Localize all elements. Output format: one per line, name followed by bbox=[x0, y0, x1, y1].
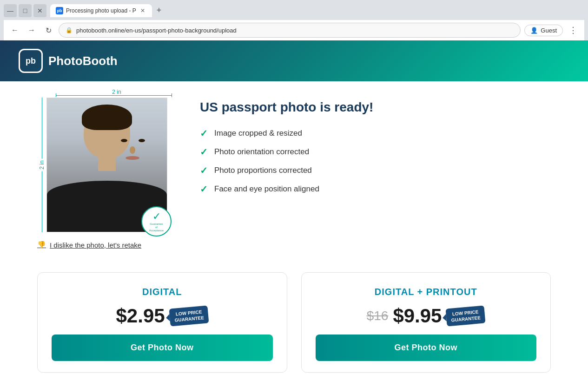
feature-item-1: ✓ Image cropped & resized bbox=[200, 128, 551, 139]
price-printout: $9.95 bbox=[393, 305, 442, 327]
feature-label-1: Image cropped & resized bbox=[214, 129, 302, 138]
pricing-card-printout: DIGITAL + PRINTOUT $16 $9.95 LOW PRICE G… bbox=[301, 272, 551, 373]
url-text: photobooth.online/en-us/passport-photo-b… bbox=[76, 27, 237, 34]
page-content: pb PhotoBooth 2 in 2 in bbox=[0, 40, 588, 374]
card-title-printout: DIGITAL + PRINTOUT bbox=[375, 287, 477, 297]
person-eye-right bbox=[139, 139, 145, 142]
browser-toolbar: ← → ↻ 🔒 photobooth.online/en-us/passport… bbox=[4, 20, 584, 40]
browser-chrome: — □ ✕ pb Processing photo upload - P ✕ +… bbox=[0, 0, 588, 40]
check-icon-2: ✓ bbox=[200, 146, 208, 157]
height-label: 2 in bbox=[38, 158, 46, 171]
titlebar: — □ ✕ pb Processing photo upload - P ✕ + bbox=[4, 4, 584, 17]
info-section: US passport photo is ready! ✓ Image crop… bbox=[200, 95, 551, 195]
person-hair bbox=[82, 105, 132, 130]
guarantee-line2: of bbox=[149, 226, 164, 229]
close-button[interactable]: ✕ bbox=[33, 4, 46, 17]
pricing-card-digital: DIGITAL $2.95 LOW PRICE GUARANTEE Get Ph… bbox=[37, 272, 287, 373]
profile-button[interactable]: 👤 Guest bbox=[524, 25, 563, 36]
feature-label-3: Photo proportions corrected bbox=[214, 166, 312, 175]
feature-item-2: ✓ Photo orientation corrected bbox=[200, 146, 551, 157]
horizontal-dimension-line: 2 in bbox=[56, 95, 172, 96]
active-tab[interactable]: pb Processing photo upload - P ✕ bbox=[50, 4, 152, 17]
site-header: pb PhotoBooth bbox=[0, 40, 588, 81]
window-controls[interactable]: — □ ✕ bbox=[4, 4, 46, 17]
dimension-top: 2 in bbox=[46, 95, 172, 96]
person-eye-left bbox=[121, 139, 127, 142]
feature-label-2: Photo orientation corrected bbox=[214, 147, 309, 157]
tab-favicon: pb bbox=[56, 7, 63, 14]
guarantee-badge: ✓ Guarantee of Acceptance bbox=[141, 206, 172, 236]
profile-label: Guest bbox=[541, 27, 557, 34]
profile-icon: 👤 bbox=[530, 27, 538, 34]
price-row-printout: $16 $9.95 LOW PRICE GUARANTEE bbox=[367, 305, 485, 327]
passport-photo: ✓ Guarantee of Acceptance bbox=[46, 98, 167, 232]
photo-section: 2 in 2 in bbox=[37, 95, 172, 249]
feature-list: ✓ Image cropped & resized ✓ Photo orient… bbox=[200, 128, 551, 195]
get-photo-button-printout[interactable]: Get Photo Now bbox=[316, 335, 537, 361]
price-digital: $2.95 bbox=[116, 305, 165, 327]
retake-label: I dislike the photo, let's retake bbox=[50, 241, 141, 249]
new-tab-button[interactable]: + bbox=[153, 4, 165, 17]
back-button[interactable]: ← bbox=[8, 24, 21, 37]
guarantee-text: Guarantee of Acceptance bbox=[149, 223, 164, 233]
forward-button[interactable]: → bbox=[25, 24, 38, 37]
photo-frame-container: 2 in 2 in bbox=[37, 95, 172, 232]
address-bar[interactable]: 🔒 photobooth.online/en-us/passport-photo… bbox=[59, 23, 521, 38]
price-row-digital: $2.95 LOW PRICE GUARANTEE bbox=[116, 305, 208, 327]
card-title-digital: DIGITAL bbox=[142, 287, 182, 297]
price-badge-digital: LOW PRICE GUARANTEE bbox=[169, 305, 209, 326]
maximize-button[interactable]: □ bbox=[19, 4, 32, 17]
width-label: 2 in bbox=[110, 89, 123, 95]
tab-title: Processing photo upload - P bbox=[66, 7, 136, 14]
browser-menu-button[interactable]: ⋮ bbox=[567, 24, 580, 37]
price-old-printout: $16 bbox=[367, 308, 389, 323]
feature-item-4: ✓ Face and eye position aligned bbox=[200, 184, 551, 195]
retake-link[interactable]: 👎 I dislike the photo, let's retake bbox=[37, 241, 172, 249]
check-icon-4: ✓ bbox=[200, 184, 208, 195]
dimension-side: 2 in bbox=[37, 98, 46, 232]
brand-name: PhotoBooth bbox=[48, 54, 118, 68]
price-badge-printout: LOW PRICE GUARANTEE bbox=[446, 305, 486, 326]
feature-label-4: Face and eye position aligned bbox=[214, 184, 319, 194]
guarantee-line3: Acceptance bbox=[149, 229, 164, 232]
logo: pb PhotoBooth bbox=[19, 49, 118, 73]
check-icon-1: ✓ bbox=[200, 128, 208, 139]
logo-icon-text: pb bbox=[26, 56, 36, 66]
security-icon: 🔒 bbox=[66, 27, 73, 33]
person-mouth bbox=[126, 156, 139, 160]
person-neck bbox=[98, 155, 116, 171]
ready-title: US passport photo is ready! bbox=[200, 100, 551, 115]
thumbs-down-icon: 👎 bbox=[37, 241, 46, 249]
vertical-dimension-line: 2 in bbox=[42, 98, 42, 232]
guarantee-check-icon: ✓ bbox=[152, 210, 161, 223]
person-nose bbox=[130, 146, 135, 154]
check-icon-3: ✓ bbox=[200, 165, 208, 176]
reload-button[interactable]: ↻ bbox=[42, 24, 55, 37]
feature-item-3: ✓ Photo proportions corrected bbox=[200, 165, 551, 176]
minimize-button[interactable]: — bbox=[4, 4, 17, 17]
logo-icon: pb bbox=[19, 49, 43, 73]
main-content: 2 in 2 in bbox=[0, 81, 588, 263]
pricing-section: DIGITAL $2.95 LOW PRICE GUARANTEE Get Ph… bbox=[0, 263, 588, 374]
photo-row: 2 in bbox=[37, 98, 172, 232]
tab-close-button[interactable]: ✕ bbox=[139, 7, 146, 14]
get-photo-button-digital[interactable]: Get Photo Now bbox=[52, 335, 273, 361]
guarantee-line1: Guarantee bbox=[149, 223, 164, 226]
tab-bar: pb Processing photo upload - P ✕ + bbox=[50, 4, 165, 17]
